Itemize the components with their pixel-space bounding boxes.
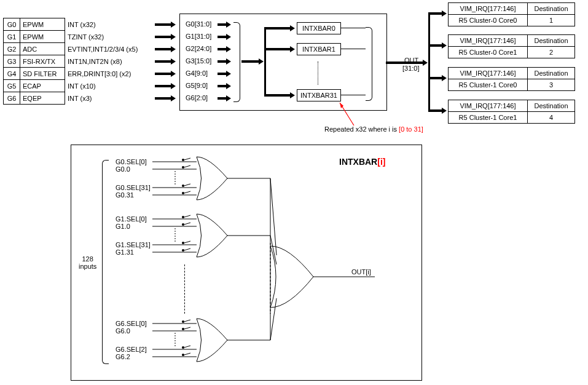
bits-label: G2[24:0] [186, 45, 211, 52]
dest-table: VIM_IRQ[177:146]Destination R5 Cluster-1… [448, 100, 575, 124]
sel-label: G1.0 [116, 223, 130, 230]
sel-label: G6.SEL[2] [116, 346, 147, 353]
wire [341, 28, 366, 28]
arrow-icon [155, 85, 171, 87]
arrow-icon [155, 36, 171, 38]
arrow-icon [428, 12, 442, 15]
fanout-line [264, 27, 266, 96]
arrow-icon [218, 97, 226, 100]
groups-table: G0EPWMINT (x32) G1EPWMTZINT (x32) G2ADCE… [3, 18, 143, 105]
arrow-icon [218, 73, 226, 75]
arrow-icon [155, 48, 171, 50]
xbar-box: INTXBAR31 [297, 89, 341, 101]
repeat-text: Repeated x32 where i is [0 to 31] [324, 125, 423, 133]
xbar-box: INTXBAR0 [297, 22, 341, 34]
sel-label: G1.SEL[31] [116, 241, 151, 248]
arrow-icon [428, 77, 442, 79]
bits-label: G4[9:0] [186, 69, 208, 77]
out-bits: [31:0] [402, 65, 420, 72]
sel-label: G0.SEL[0] [116, 158, 147, 165]
sel-label: G6.2 [116, 353, 130, 360]
sel-label: G6.SEL[0] [116, 320, 147, 327]
brace-icon [233, 22, 240, 102]
dest-table: VIM_IRQ[177:146]Destination R5 Cluster-1… [448, 67, 575, 91]
arrow-icon [218, 23, 226, 26]
dest-table: VIM_IRQ[177:146]Destination R5 Cluster-0… [448, 34, 575, 58]
out-i-label: OUT[i] [351, 268, 371, 276]
sel-label: G0.0 [116, 165, 130, 173]
arrow-icon [264, 48, 290, 50]
sel-label: G6.0 [116, 327, 130, 335]
ellipsis-icon [184, 264, 185, 314]
arrow-icon [218, 48, 226, 50]
arrow-icon [428, 109, 442, 112]
arrow-icon [264, 94, 290, 97]
wire [341, 95, 366, 95]
arrow-icon [264, 27, 290, 30]
arrow-icon [428, 44, 442, 47]
sel-label: G0.31 [116, 191, 134, 199]
sel-label: G0.SEL[31] [116, 184, 151, 191]
brace-icon [102, 160, 109, 364]
arrow-icon [155, 97, 171, 100]
sel-label: G1.31 [116, 248, 134, 256]
inputs-count-label: 128inputs [79, 255, 96, 270]
detail-title: INTXBAR[i] [339, 157, 385, 167]
xbar-box: INTXBAR1 [297, 43, 341, 55]
ellipsis-icon [318, 62, 318, 85]
bits-label: G3[15:0] [186, 57, 211, 65]
bits-label: G6[2:0] [186, 94, 208, 101]
arrow-icon [218, 60, 226, 63]
arrow-icon [155, 60, 171, 63]
bits-label: G1[31:0] [186, 33, 211, 40]
arrow-icon [386, 62, 423, 64]
arrow-icon [241, 60, 259, 63]
arrow-icon [218, 85, 226, 87]
dest-table: VIM_IRQ[177:146]Destination R5 Cluster-0… [448, 2, 575, 26]
bits-label: G5[9:0] [186, 82, 208, 89]
wire [341, 49, 366, 49]
bits-label: G0[31:0] [186, 20, 211, 28]
arrow-icon [218, 36, 226, 38]
sel-label: G1.SEL[0] [116, 215, 147, 223]
fanout-line [428, 12, 430, 112]
brace-icon [366, 27, 372, 101]
arrow-icon [155, 73, 171, 75]
arrow-icon [155, 23, 171, 26]
